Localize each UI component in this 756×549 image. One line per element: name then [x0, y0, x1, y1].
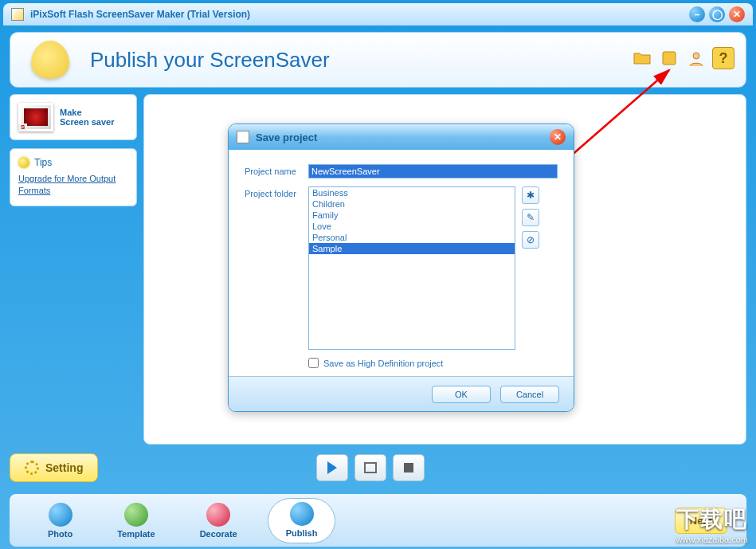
svg-point-1 — [693, 53, 699, 59]
svg-rect-0 — [663, 52, 676, 65]
nav-tab-photo[interactable]: Photo — [33, 498, 87, 543]
setting-label: Setting — [45, 461, 83, 474]
decorate-icon — [206, 503, 230, 527]
stop-button[interactable] — [393, 454, 425, 481]
nav-tab-publish[interactable]: Publish — [268, 498, 336, 543]
folder-delete-button[interactable]: ⊘ — [522, 231, 539, 249]
folder-item[interactable]: Business — [309, 187, 515, 198]
watermark-text: 下载吧 — [676, 504, 748, 535]
nav-tab-label: Publish — [286, 528, 318, 538]
make-line1: Make — [60, 108, 115, 117]
close-button[interactable]: ✕ — [729, 6, 745, 22]
folder-item[interactable]: Children — [309, 198, 515, 210]
nav-tab-label: Decorate — [200, 529, 237, 539]
header: Publish your ScreenSaver ? — [10, 32, 746, 88]
user-icon[interactable] — [685, 47, 707, 69]
bottom-bar: Setting — [10, 448, 746, 488]
watermark-url: www.xiazaiba.com — [676, 535, 748, 544]
nav-tab-template[interactable]: Template — [103, 498, 169, 543]
folder-item[interactable]: Personal — [309, 232, 515, 243]
navbar: PhotoTemplateDecoratePublishNext — [10, 494, 746, 547]
make-line2: Screen saver — [60, 117, 115, 127]
logo-clover-icon — [26, 36, 74, 84]
fullscreen-icon — [364, 462, 377, 473]
open-folder-icon[interactable] — [631, 47, 653, 69]
folder-item[interactable]: Sample — [309, 243, 515, 254]
template-icon — [124, 503, 148, 527]
setting-button[interactable]: Setting — [10, 453, 98, 482]
dialog-title: Save project — [256, 131, 550, 143]
play-icon — [327, 461, 337, 474]
save-project-dialog: Save project ✕ Project name Project fold… — [228, 124, 574, 412]
make-screensaver-card[interactable]: Make Screen saver — [10, 94, 137, 140]
photo-icon — [49, 503, 72, 527]
nav-tab-label: Template — [117, 529, 155, 539]
help-icon[interactable]: ? — [712, 47, 734, 69]
tips-heading: Tips — [34, 157, 52, 168]
lightbulb-icon — [18, 157, 29, 168]
tips-card: Tips Upgrade for More Output Formats — [10, 148, 137, 206]
app-icon — [11, 8, 24, 21]
ok-button[interactable]: OK — [432, 386, 491, 403]
make-thumb-icon — [18, 103, 53, 131]
play-button[interactable] — [316, 454, 348, 481]
folder-rename-button[interactable]: ✎ — [522, 209, 539, 226]
cancel-button[interactable]: Cancel — [500, 386, 559, 403]
folder-item[interactable]: Family — [309, 210, 515, 221]
publish-icon — [290, 502, 314, 526]
project-folder-label: Project folder — [245, 186, 308, 350]
dialog-icon — [237, 131, 249, 143]
minimize-button[interactable]: – — [689, 6, 705, 22]
dialog-titlebar: Save project ✕ — [229, 124, 574, 150]
stop-icon — [404, 463, 413, 473]
folder-list[interactable]: BusinessChildrenFamilyLovePersonalSample — [308, 186, 515, 350]
save-icon[interactable] — [658, 47, 680, 69]
folder-add-button[interactable]: ✱ — [522, 186, 539, 204]
maximize-button[interactable]: ◯ — [709, 6, 725, 22]
hd-checkbox[interactable] — [308, 358, 319, 368]
nav-tab-decorate[interactable]: Decorate — [186, 498, 252, 543]
gear-icon — [25, 461, 39, 475]
upgrade-link[interactable]: Upgrade for More Output Formats — [18, 174, 116, 195]
dialog-close-button[interactable]: ✕ — [550, 129, 566, 145]
hd-checkbox-label: Save as High Definition project — [323, 359, 443, 368]
titlebar: iPixSoft Flash ScreenSaver Maker (Trial … — [3, 3, 753, 25]
watermark: 下载吧 www.xiazaiba.com — [668, 500, 756, 549]
fullscreen-button[interactable] — [354, 454, 386, 481]
page-title: Publish your ScreenSaver — [90, 48, 330, 73]
window-title: iPixSoft Flash ScreenSaver Maker (Trial … — [30, 9, 689, 20]
folder-item[interactable]: Love — [309, 221, 515, 232]
project-name-label: Project name — [245, 164, 308, 178]
project-name-input[interactable] — [308, 164, 558, 178]
sidebar: Make Screen saver Tips Upgrade for More … — [10, 94, 137, 445]
nav-tab-label: Photo — [48, 529, 72, 539]
